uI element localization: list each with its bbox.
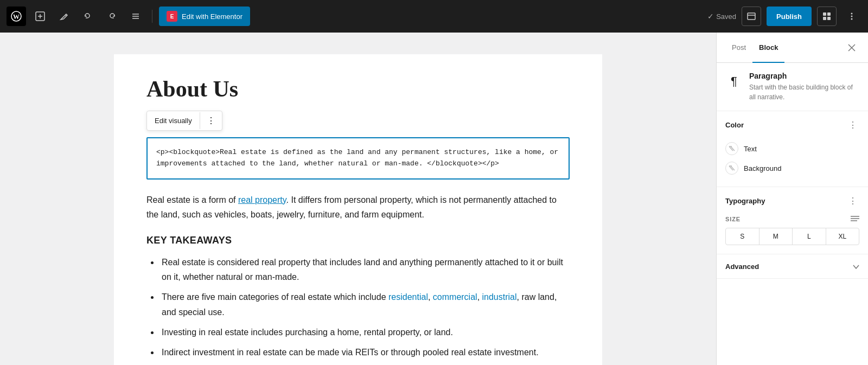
settings-button[interactable] xyxy=(817,7,837,26)
editor-area: About Us Edit visually ⋮ <p><blockquote>… xyxy=(0,33,716,365)
page-title[interactable]: About Us xyxy=(146,76,570,102)
color-section: Color ⋮ Text xyxy=(717,111,868,187)
pen-tool-button[interactable] xyxy=(54,7,74,26)
block-info: ¶ Paragraph Start with the basic buildin… xyxy=(717,63,868,111)
add-block-button[interactable] xyxy=(30,7,50,26)
color-background-item: Background xyxy=(725,158,859,178)
svg-point-15 xyxy=(851,13,853,15)
code-block-content: <p><blockquote>Real estate is defined as… xyxy=(156,148,558,168)
text-color-swatch[interactable] xyxy=(725,142,738,155)
background-color-swatch[interactable] xyxy=(725,162,738,175)
svg-rect-14 xyxy=(827,17,831,20)
sidebar-close-button[interactable] xyxy=(844,40,859,55)
svg-rect-11 xyxy=(823,12,826,16)
edit-visually-button[interactable]: Edit visually xyxy=(147,112,200,129)
size-xl-button[interactable]: XL xyxy=(826,228,859,245)
block-desc: Start with the basic building block of a… xyxy=(749,82,859,102)
sidebar-header: Post Block xyxy=(717,33,868,63)
redo-button[interactable] xyxy=(102,7,122,26)
list-item: Real estate is considered real property … xyxy=(159,255,570,284)
color-section-header[interactable]: Color ⋮ xyxy=(717,111,868,139)
industrial-link[interactable]: industrial xyxy=(482,292,517,302)
real-property-link[interactable]: real property xyxy=(238,195,286,204)
more-options-button[interactable] xyxy=(842,7,861,26)
commercial-link[interactable]: commercial xyxy=(433,292,477,302)
color-text-item: Text xyxy=(725,139,859,158)
publish-button[interactable]: Publish xyxy=(767,7,812,26)
list-item: There are five main categories of real e… xyxy=(159,290,570,319)
residential-link[interactable]: residential xyxy=(388,292,428,302)
typography-section-header[interactable]: Typography ⋮ xyxy=(717,187,868,215)
size-controls-icon[interactable] xyxy=(851,215,859,223)
saved-label: Saved xyxy=(716,12,736,21)
svg-point-17 xyxy=(851,18,853,20)
preview-button[interactable] xyxy=(742,7,761,26)
advanced-section: Advanced xyxy=(717,254,868,279)
color-bg-label: Background xyxy=(744,164,781,172)
advanced-chevron-icon xyxy=(853,262,859,271)
color-items: Text Background xyxy=(717,139,868,187)
saved-check-icon: ✓ xyxy=(707,12,714,21)
svg-rect-9 xyxy=(748,13,755,20)
sidebar: Post Block ¶ Paragraph Start with the ba… xyxy=(716,33,868,365)
tab-post[interactable]: Post xyxy=(725,33,752,63)
size-m-button[interactable]: M xyxy=(760,228,793,245)
color-section-options-button[interactable]: ⋮ xyxy=(846,119,859,131)
size-s-button[interactable]: S xyxy=(726,228,760,245)
size-buttons: S M L XL xyxy=(725,228,859,245)
code-block[interactable]: <p><blockquote>Real estate is defined as… xyxy=(146,137,570,180)
block-toolbar: Edit visually ⋮ xyxy=(146,111,222,131)
main-layout: About Us Edit visually ⋮ <p><blockquote>… xyxy=(0,33,868,365)
size-label: SIZE xyxy=(725,215,859,223)
advanced-section-title: Advanced xyxy=(725,262,759,271)
section-heading: KEY TAKEAWAYS xyxy=(146,235,570,246)
saved-status: ✓ Saved xyxy=(707,12,736,21)
elementor-btn-label: Edit with Elementor xyxy=(182,12,242,21)
bullet-list: Real estate is considered real property … xyxy=(146,255,570,360)
list-view-button[interactable] xyxy=(126,7,145,26)
body-text: Real estate is a form of real property. … xyxy=(146,193,570,222)
typography-section-options-button[interactable]: ⋮ xyxy=(846,195,859,207)
block-info-text: Paragraph Start with the basic building … xyxy=(749,72,859,102)
block-more-options-button[interactable]: ⋮ xyxy=(200,111,222,130)
color-text-label: Text xyxy=(744,145,757,153)
size-label-text: SIZE xyxy=(725,216,741,222)
edit-with-elementor-button[interactable]: E Edit with Elementor xyxy=(159,7,250,26)
toolbar-right: ✓ Saved Publish xyxy=(707,7,861,26)
block-name: Paragraph xyxy=(749,72,859,80)
undo-button[interactable] xyxy=(78,7,98,26)
list-item: Indirect investment in real estate can b… xyxy=(159,345,570,360)
typography-content: SIZE S M L XL xyxy=(717,215,868,254)
list-item: Investing in real estate includes purcha… xyxy=(159,325,570,340)
elementor-icon: E xyxy=(167,11,177,22)
svg-point-16 xyxy=(851,16,853,17)
svg-rect-12 xyxy=(827,12,831,16)
typography-section: Typography ⋮ SIZE S M xyxy=(717,187,868,254)
editor-content: About Us Edit visually ⋮ <p><blockquote>… xyxy=(114,54,602,365)
typography-section-title: Typography xyxy=(725,197,765,205)
toolbar-separator xyxy=(152,10,152,23)
advanced-section-header[interactable]: Advanced xyxy=(717,254,868,278)
tab-block[interactable]: Block xyxy=(752,33,784,63)
paragraph-icon: ¶ xyxy=(725,73,743,90)
wp-logo-icon[interactable]: W xyxy=(7,7,26,26)
color-section-title: Color xyxy=(725,121,744,129)
main-toolbar: W E xyxy=(0,0,868,33)
svg-rect-13 xyxy=(823,17,826,20)
svg-text:W: W xyxy=(13,13,20,21)
size-l-button[interactable]: L xyxy=(793,228,826,245)
